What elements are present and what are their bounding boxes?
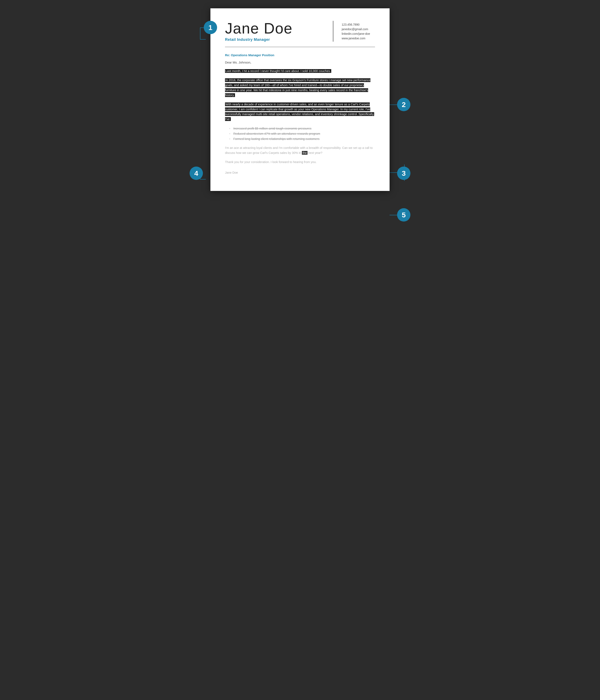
header-left: Jane Doe Retail Industry Manager bbox=[225, 21, 325, 42]
bullet-item-1: Increased profit $5 million amid tough e… bbox=[229, 126, 375, 131]
paragraph-1: Last month, I hit a record I never thoug… bbox=[225, 69, 375, 74]
paragraph-3: With nearly a decade of experience in cu… bbox=[225, 102, 375, 122]
annotation-badge-5: 5 bbox=[397, 208, 410, 222]
paragraph-5: Thank you for your consideration. I look… bbox=[225, 160, 375, 165]
paragraph-2: In 2016, the corporate office that overs… bbox=[225, 78, 375, 98]
phone-number: 123.456.7890 bbox=[342, 23, 375, 26]
paragraph-4-text: I'm an ace at attracting loyal clients a… bbox=[225, 146, 373, 154]
paragraph-4: I'm an ace at attracting loyal clients a… bbox=[225, 146, 375, 155]
applicant-name: Jane Doe bbox=[225, 21, 325, 36]
paragraph-3-text: With nearly a decade of experience in cu… bbox=[225, 102, 374, 121]
contact-info: 123.456.7890 janedoc@gmail.com linkedin.… bbox=[342, 21, 375, 40]
applicant-title: Retail Industry Manager bbox=[225, 38, 325, 42]
annotation-badge-1: 1 bbox=[204, 21, 217, 34]
bracket-1-bottom bbox=[200, 39, 206, 40]
paragraph-2-text: In 2016, the corporate office that overs… bbox=[225, 78, 370, 97]
bracket-1-vertical bbox=[200, 27, 200, 40]
linkedin-url: linkedin.com/jane-doe bbox=[342, 32, 375, 35]
bullet-item-2: Reduced absenteeism 47% with an attendan… bbox=[229, 131, 375, 136]
paragraph-4-end: next year? bbox=[308, 151, 322, 154]
re-line: Re: Operations Manager Position bbox=[225, 53, 375, 57]
salutation: Dear Ms. Johnson, bbox=[225, 60, 375, 64]
paragraph-4-inline-highlight: the bbox=[302, 151, 307, 155]
annotation-badge-2: 2 bbox=[397, 98, 410, 111]
achievements-list: Increased profit $5 million amid tough e… bbox=[225, 126, 375, 141]
bullet-item-3: Formed long-lasting client relationships… bbox=[229, 136, 375, 142]
email-address: janedoc@gmail.com bbox=[342, 27, 375, 31]
document-header: Jane Doe Retail Industry Manager 123.456… bbox=[225, 21, 375, 42]
signature: Jane Doe bbox=[225, 171, 375, 174]
annotation-badge-4: 4 bbox=[190, 167, 203, 180]
paragraph-1-text: Last month, I hit a record I never thoug… bbox=[225, 69, 331, 73]
bracket-4-horiz bbox=[200, 179, 206, 179]
header-vertical-divider bbox=[333, 21, 333, 42]
page-wrapper: 1 2 3 4 5 Jane Doe Retail Industry Manag… bbox=[210, 8, 390, 191]
website-url: www.janedoe.com bbox=[342, 36, 375, 40]
annotation-badge-3: 3 bbox=[397, 167, 410, 180]
cover-letter-document: Jane Doe Retail Industry Manager 123.456… bbox=[210, 8, 390, 191]
